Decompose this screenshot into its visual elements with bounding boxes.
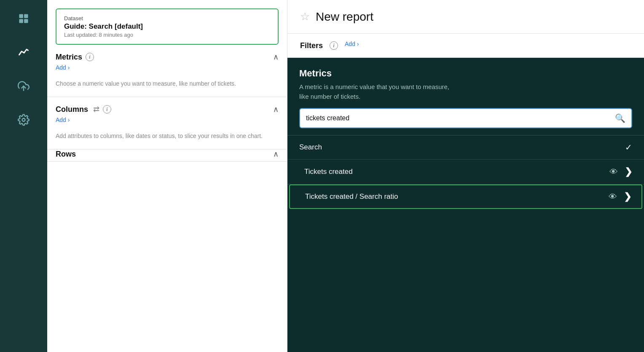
columns-section: Columns ⇄ i ∧ Add › Add attributes to co… (47, 97, 287, 149)
sidebar (0, 0, 47, 352)
columns-description: Add attributes to columns, like dates or… (56, 127, 279, 149)
dataset-card[interactable]: Dataset Guide: Search [default] Last upd… (56, 8, 279, 45)
left-panel: Dataset Guide: Search [default] Last upd… (47, 0, 287, 352)
columns-info-icon[interactable]: i (103, 105, 111, 114)
dropdown-metrics-title: Metrics (299, 68, 632, 79)
grid-icon[interactable] (13, 8, 34, 29)
arrow-right-icon[interactable]: ❯ (625, 166, 632, 177)
filters-add-button[interactable]: Add › (345, 41, 359, 47)
result-item-tickets-created[interactable]: Tickets created 👁 ❯ (287, 160, 644, 184)
result-item-label-ratio: Tickets created / Search ratio (305, 192, 398, 201)
filters-row: Filters i Add › (287, 34, 644, 58)
metrics-section: Metrics i ∧ Add › Choose a numeric value… (47, 45, 287, 97)
report-title: New report (316, 10, 373, 24)
dataset-updated: Last updated: 8 minutes ago (64, 32, 270, 38)
result-item-search-ratio[interactable]: Tickets created / Search ratio 👁 ❯ (289, 184, 642, 209)
result-item-icons: 👁 ❯ (609, 166, 632, 177)
dropdown-panel: Metrics A metric is a numeric value that… (287, 58, 644, 352)
svg-rect-2 (19, 19, 23, 23)
rows-section: Rows ∧ (47, 149, 287, 162)
columns-collapse-icon[interactable]: ∧ (273, 105, 279, 114)
search-section-row[interactable]: Search ✓ (287, 135, 644, 160)
svg-rect-3 (24, 19, 28, 23)
rows-title-row: Rows (56, 150, 76, 159)
metrics-search-input[interactable] (306, 114, 611, 122)
result-item-label: Tickets created (304, 168, 353, 176)
svg-point-5 (22, 119, 25, 122)
columns-title-row: Columns ⇄ i (56, 105, 111, 114)
result-item-icons-ratio: 👁 ❯ (609, 191, 631, 202)
star-icon[interactable]: ☆ (300, 10, 310, 23)
report-header: ☆ New report (287, 0, 644, 34)
svg-rect-1 (24, 14, 28, 18)
search-section-label: Search (299, 143, 322, 152)
gear-icon[interactable] (13, 110, 34, 130)
rows-header: Rows ∧ (56, 149, 279, 159)
filters-info-icon[interactable]: i (330, 41, 338, 50)
metrics-header: Metrics i ∧ (56, 52, 279, 62)
eye-icon-ratio[interactable]: 👁 (609, 192, 617, 202)
metrics-add-button[interactable]: Add › (56, 64, 279, 71)
metrics-info-icon[interactable]: i (86, 53, 94, 61)
filters-label: Filters (300, 41, 323, 50)
metrics-collapse-icon[interactable]: ∧ (273, 52, 279, 62)
dropdown-metrics-desc: A metric is a numeric value that you wan… (299, 82, 632, 101)
columns-refresh-icon: ⇄ (93, 105, 99, 114)
search-icon: 🔍 (615, 113, 625, 123)
columns-title: Columns (56, 105, 88, 114)
search-section-chevron-icon: ✓ (625, 142, 632, 152)
arrow-right-icon-ratio[interactable]: ❯ (624, 191, 631, 202)
columns-add-button[interactable]: Add › (56, 116, 279, 123)
chart-icon[interactable] (13, 42, 34, 62)
svg-rect-0 (19, 14, 23, 18)
rows-collapse-icon[interactable]: ∧ (273, 149, 279, 159)
rows-title: Rows (56, 150, 76, 159)
right-panel: ☆ New report Filters i Add › Metrics A m… (287, 0, 644, 352)
dropdown-metrics-header: Metrics A metric is a numeric value that… (287, 58, 644, 108)
metrics-title-row: Metrics i (56, 53, 94, 62)
dataset-name: Guide: Search [default] (64, 22, 270, 31)
metrics-description: Choose a numeric value you want to measu… (56, 74, 279, 97)
upload-icon[interactable] (13, 76, 34, 96)
columns-header: Columns ⇄ i ∧ (56, 105, 279, 114)
eye-icon[interactable]: 👁 (609, 167, 618, 177)
metrics-title: Metrics (56, 53, 82, 62)
search-box[interactable]: 🔍 (299, 108, 632, 128)
dataset-label: Dataset (64, 15, 270, 22)
search-box-wrapper: 🔍 (287, 108, 644, 135)
